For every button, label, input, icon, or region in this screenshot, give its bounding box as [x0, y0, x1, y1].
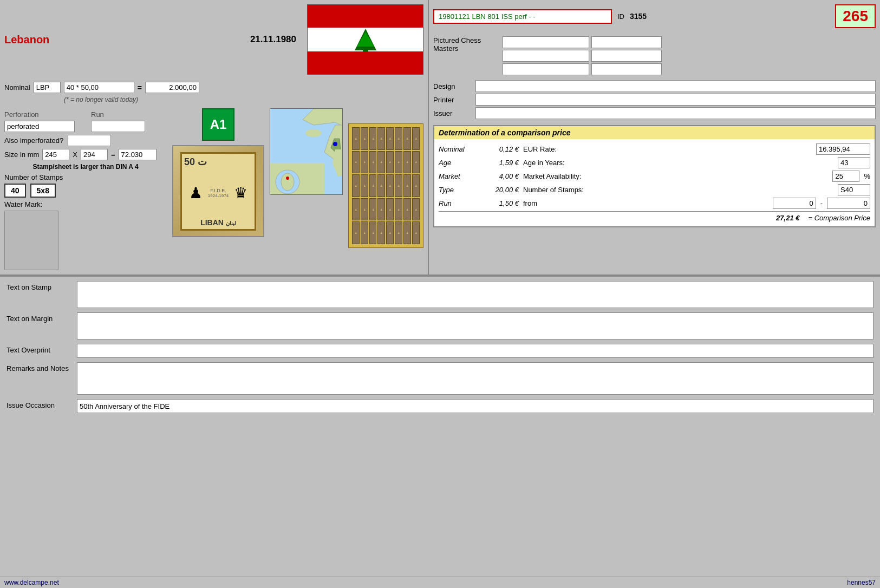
a1-badge: A1 [202, 108, 234, 141]
comp-to-input[interactable] [827, 198, 870, 209]
currency-field[interactable] [34, 82, 61, 93]
size-result[interactable] [119, 149, 157, 160]
chess-field-3a[interactable] [503, 63, 589, 75]
issuer-input[interactable] [475, 107, 876, 119]
design-label: Design [433, 82, 471, 90]
run-value[interactable] [91, 121, 145, 132]
comp-age-label: Age [439, 159, 477, 167]
comp-from-input[interactable] [773, 198, 816, 209]
chess-field-2a[interactable] [503, 50, 589, 62]
svg-point-11 [333, 142, 337, 146]
remarks-row: Remarks and Notes [6, 362, 874, 395]
comp-type-value: 20,00 € [481, 186, 519, 194]
right-upper-panel: ID 3155 265 Pictured Chess Masters [429, 0, 880, 275]
issue-occasion-row: Issue Occasion [6, 399, 874, 413]
text-overprint-row: Text Overprint [6, 344, 874, 358]
chess-masters-section: Pictured Chess Masters [433, 36, 876, 75]
comp-total-label: = Comparison Price [808, 214, 870, 222]
equals-1: = [138, 83, 142, 92]
comp-percent: % [864, 172, 870, 180]
issue-occasion-input[interactable] [77, 399, 874, 413]
text-on-stamp-input[interactable] [77, 281, 874, 308]
date-display: 21.11.1980 [250, 34, 296, 45]
text-on-margin-row: Text on Margin [6, 312, 874, 339]
watermark-box [4, 211, 58, 270]
comp-eur-rate-label: EUR Rate: [523, 145, 812, 153]
size-x: X [73, 151, 77, 159]
svg-marker-1 [357, 32, 374, 47]
comp-market-label: Market [439, 172, 477, 180]
comp-age-years-label: Age in Years: [523, 159, 833, 167]
comp-age-value: 1,59 € [481, 159, 519, 167]
text-on-stamp-label: Text on Stamp [6, 281, 71, 291]
sheet-grid: ♟ ♟ ♟ ♟ ♟ ♟ ♟ ♟ ♟ ♟ ♟ ♟ ♟ ♟ ♟ ♟ ♟ [348, 123, 423, 248]
issue-code-field[interactable] [433, 9, 612, 24]
footer-website: www.delcampe.net [4, 579, 59, 586]
issue-occasion-label: Issue Occasion [6, 399, 71, 409]
size-warning: Stamp/sheet is larger than DIN A 4 [4, 163, 167, 171]
text-on-margin-input[interactable] [77, 312, 874, 339]
size-label: Size in mm [4, 151, 39, 159]
comparison-title: Determination of a comparison price [434, 126, 875, 139]
comp-dash: - [820, 199, 823, 207]
comp-stamps-input[interactable] [838, 184, 870, 195]
main-container: Lebanon 21.11.1980 [0, 0, 880, 588]
size-width[interactable] [42, 149, 69, 160]
text-overprint-label: Text Overprint [6, 344, 71, 354]
design-input[interactable] [475, 80, 876, 92]
perforation-header: Perforation [4, 110, 75, 119]
stamp-thumbnail: 50 ت ♟ F.I.D.E. 1924-1974 ♛ LIBAN لبنان [172, 145, 264, 237]
perforation-value[interactable] [4, 121, 75, 132]
comp-run-label: Run [439, 199, 477, 207]
country-name: Lebanon [4, 34, 49, 46]
text-on-margin-label: Text on Margin [6, 312, 71, 323]
chess-field-2b[interactable] [591, 50, 662, 62]
printer-input[interactable] [475, 94, 876, 106]
comp-eur-rate-input[interactable] [816, 143, 870, 155]
chess-field-1b[interactable] [591, 36, 662, 48]
also-imperforated-field[interactable] [68, 135, 111, 146]
result-field[interactable] [145, 82, 199, 93]
svg-point-13 [281, 173, 294, 191]
comp-total-value: 27,21 € [761, 214, 799, 222]
chess-masters-label: Pictured Chess Masters [433, 36, 498, 53]
nominal-label: Nominal [4, 83, 30, 92]
comp-total-row: 27,21 € = Comparison Price [439, 211, 870, 222]
comp-market-avail-input[interactable] [832, 171, 859, 182]
svg-point-8 [305, 129, 322, 137]
remarks-input[interactable] [77, 362, 874, 395]
size-height[interactable] [81, 149, 108, 160]
map-image [270, 108, 343, 195]
footer-user: hennes57 [847, 579, 876, 586]
nominal-note: (* = no longer valid today) [64, 96, 423, 103]
chess-fields [503, 36, 662, 75]
bottom-section: Text on Stamp Text on Margin Text Overpr… [0, 276, 880, 577]
comp-nominal-label: Nominal [439, 145, 477, 153]
size-equals: = [111, 151, 115, 159]
chess-field-3b[interactable] [591, 63, 662, 75]
footer: www.delcampe.net hennes57 [0, 577, 880, 588]
text-on-stamp-row: Text on Stamp [6, 281, 874, 308]
stamp-arrangement: 5x8 [30, 184, 56, 198]
comp-type-label: Type [439, 186, 477, 194]
id-number: 3155 [630, 12, 647, 21]
also-imperforated-label: Also imperforated? [4, 136, 63, 145]
run-header: Run [91, 110, 145, 119]
comp-run-value: 1,50 € [481, 199, 519, 207]
chess-field-1a[interactable] [503, 36, 589, 48]
left-upper-panel: Lebanon 21.11.1980 [0, 0, 428, 275]
nominal-row: Nominal = [4, 82, 423, 93]
id-row: ID 3155 265 [433, 4, 876, 28]
comp-age-years-input[interactable] [838, 157, 870, 168]
comparison-box: Determination of a comparison price Nomi… [433, 125, 876, 227]
svg-rect-2 [363, 47, 368, 51]
printer-label: Printer [433, 96, 471, 104]
formula-field[interactable] [64, 82, 134, 93]
issuer-label: Issuer [433, 109, 471, 117]
comp-market-value: 4,00 € [481, 172, 519, 180]
comp-market-avail-label: Market Availability: [523, 172, 828, 180]
dpi-section: Design Printer Issuer [433, 80, 876, 119]
text-overprint-input[interactable] [77, 344, 874, 358]
flag-image [307, 4, 423, 75]
comp-nominal-value: 0,12 € [481, 145, 519, 153]
